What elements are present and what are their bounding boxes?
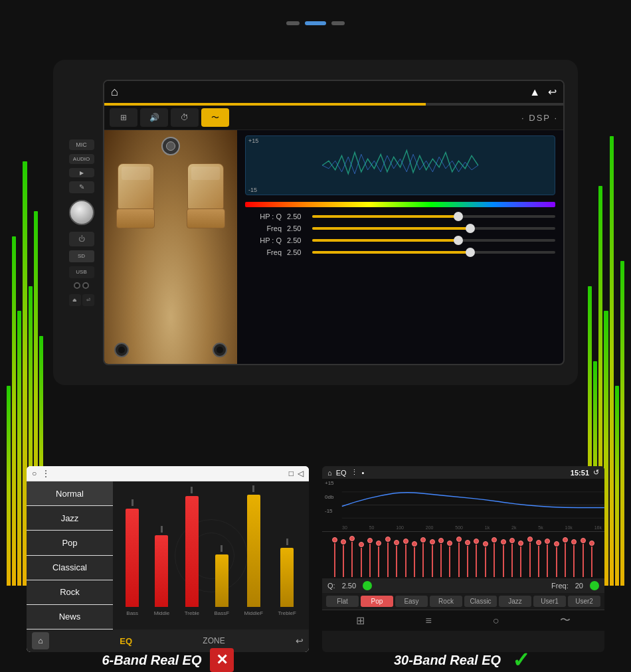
eq30-band-21[interactable] bbox=[509, 534, 515, 577]
eq6-content: Normal Jazz Pop Classical Rock News Bass bbox=[27, 481, 309, 630]
eq30-band-1[interactable] bbox=[332, 534, 337, 577]
eq30-preset-user2[interactable]: User2 bbox=[568, 596, 600, 607]
eq6-back-icon[interactable]: ◁ bbox=[298, 469, 304, 478]
eq30-band-4[interactable] bbox=[359, 534, 364, 577]
eq30-band-15[interactable] bbox=[456, 534, 462, 577]
eq30-band-6[interactable] bbox=[376, 534, 381, 577]
eq30-bottom-icon-3[interactable]: ○ bbox=[493, 615, 499, 627]
eq6-bar-treble-fill[interactable] bbox=[185, 496, 199, 607]
eq30-preset-easy[interactable]: Easy bbox=[395, 596, 428, 607]
eq30-preset-user1[interactable]: User1 bbox=[533, 596, 566, 607]
volume-knob[interactable] bbox=[69, 200, 94, 225]
eq6-preset-classical[interactable]: Classical bbox=[27, 556, 113, 580]
slider-hp-value-2: 2.50 bbox=[287, 236, 307, 244]
page-dot-3[interactable] bbox=[331, 21, 345, 25]
slider-thumb-4[interactable] bbox=[466, 248, 475, 257]
slider-thumb-2[interactable] bbox=[466, 224, 475, 233]
eq30-preset-classic[interactable]: Classic bbox=[464, 596, 497, 607]
eq30-band-26[interactable] bbox=[554, 534, 559, 577]
eq30-preset-pop[interactable]: Pop bbox=[361, 596, 393, 607]
eq6-preset-jazz[interactable]: Jazz bbox=[27, 506, 113, 531]
eq30-band-16[interactable] bbox=[465, 534, 470, 577]
eject-icon[interactable]: ▲ bbox=[529, 86, 540, 98]
eq30-preset-flat[interactable]: Flat bbox=[326, 596, 359, 607]
speaker-top[interactable] bbox=[161, 137, 180, 155]
eq30-band-24[interactable] bbox=[536, 534, 541, 577]
eq6-preset-rock[interactable]: Rock bbox=[27, 580, 113, 605]
reg-jack[interactable] bbox=[82, 282, 89, 289]
eq30-bottom-icon-4[interactable]: 〜 bbox=[560, 614, 571, 628]
eq6-bottom-back-button[interactable]: ↩ bbox=[296, 635, 304, 646]
eq30-band-7[interactable] bbox=[385, 534, 391, 577]
eq30-band-22[interactable] bbox=[518, 534, 523, 577]
eq30-band-13[interactable] bbox=[438, 534, 444, 577]
speaker-bottom-right[interactable] bbox=[213, 343, 227, 357]
eq30-band-12[interactable] bbox=[430, 534, 435, 577]
eq30-preset-jazz[interactable]: Jazz bbox=[499, 596, 531, 607]
eq30-band-25[interactable] bbox=[545, 534, 550, 577]
eq30-band-9[interactable] bbox=[403, 534, 408, 577]
eq30-bottom-icon-1[interactable]: ⊞ bbox=[356, 614, 365, 627]
eq6-bar-middle: Middle bbox=[154, 485, 170, 616]
eq6-bar-treblef-fill[interactable] bbox=[280, 548, 294, 607]
eq30-menu-icon[interactable]: ⋮ bbox=[351, 468, 358, 477]
eq6-preset-pop[interactable]: Pop bbox=[27, 531, 113, 555]
eq30-freq-dot[interactable] bbox=[590, 581, 599, 590]
slider-track-3[interactable] bbox=[312, 239, 555, 242]
eq6-menu-icon[interactable]: ⋮ bbox=[42, 469, 50, 478]
slider-track-4[interactable] bbox=[312, 251, 555, 254]
slider-thumb-1[interactable] bbox=[454, 212, 463, 221]
eq30-band-27[interactable] bbox=[563, 534, 568, 577]
usb3-port[interactable]: ⏎ bbox=[82, 294, 94, 306]
eq6-bar-bassf-fill[interactable] bbox=[215, 554, 228, 607]
eq30-band-3[interactable] bbox=[349, 534, 355, 577]
page-dot-2[interactable] bbox=[305, 21, 326, 25]
power-button[interactable]: ⏻ bbox=[69, 232, 94, 246]
eq30-band-28[interactable] bbox=[571, 534, 577, 577]
eq30-band-20[interactable] bbox=[501, 534, 506, 577]
forward-button[interactable]: ▶ bbox=[69, 168, 94, 177]
page-dot-1[interactable] bbox=[286, 21, 300, 25]
eq6-preset-news[interactable]: News bbox=[27, 605, 113, 630]
eq30-band-5[interactable] bbox=[367, 534, 373, 577]
mic-button[interactable]: MIC bbox=[69, 139, 94, 150]
slider-track-1[interactable] bbox=[312, 215, 555, 218]
eq30-band-30[interactable] bbox=[589, 534, 594, 577]
eq30-back-icon[interactable]: ↺ bbox=[593, 468, 599, 477]
slider-hp-label-1: HP : Q bbox=[245, 212, 282, 220]
eq30-home-icon[interactable]: ⌂ bbox=[327, 469, 332, 477]
eq30-band-23[interactable] bbox=[527, 534, 533, 577]
eq30-band-11[interactable] bbox=[420, 534, 426, 577]
eq30-band-2[interactable] bbox=[341, 534, 346, 577]
audio-button[interactable]: AUDIO bbox=[69, 154, 94, 164]
eq30-band-19[interactable] bbox=[492, 534, 497, 577]
slider-thumb-3[interactable] bbox=[454, 236, 463, 245]
eq6-bar-middlef-fill[interactable] bbox=[247, 495, 260, 607]
eq6-preset-normal[interactable]: Normal bbox=[27, 481, 113, 506]
tab-speaker[interactable]: 🔊 bbox=[140, 108, 168, 127]
eq30-band-14[interactable] bbox=[447, 534, 452, 577]
eq6-bottom-zone-label[interactable]: ZONE bbox=[203, 636, 225, 645]
speaker-bottom-left[interactable] bbox=[114, 343, 129, 357]
eq6-bar-middle-fill[interactable] bbox=[155, 535, 168, 607]
screen-home-icon[interactable]: ⌂ bbox=[111, 85, 118, 99]
pen-button[interactable]: ✎ bbox=[69, 181, 94, 193]
eq6-bottom-eq-label[interactable]: EQ bbox=[120, 636, 132, 646]
tab-equalizer[interactable]: ⊞ bbox=[110, 108, 137, 127]
eq30-band-8[interactable] bbox=[394, 534, 399, 577]
eq30-band-18[interactable] bbox=[483, 534, 488, 577]
eq30-band-29[interactable] bbox=[581, 534, 586, 577]
eq6-bar-bass-fill[interactable] bbox=[126, 509, 139, 607]
back-icon[interactable]: ↩ bbox=[548, 86, 557, 98]
slider-track-2[interactable] bbox=[312, 227, 555, 230]
eq30-bottom-icon-2[interactable]: ≡ bbox=[426, 615, 432, 627]
tab-waveform[interactable]: 〜 bbox=[201, 108, 229, 127]
eq30-q-dot[interactable] bbox=[363, 581, 372, 590]
eq30-band-10[interactable] bbox=[412, 534, 417, 577]
tab-timer[interactable]: ⏱ bbox=[171, 108, 199, 127]
eq30-band-17[interactable] bbox=[474, 534, 479, 577]
aux-jack[interactable] bbox=[74, 282, 80, 289]
eq30-preset-rock[interactable]: Rock bbox=[430, 596, 462, 607]
eq6-home-button[interactable]: ⌂ bbox=[32, 632, 49, 649]
usb2-port[interactable]: ⏏ bbox=[69, 294, 81, 306]
